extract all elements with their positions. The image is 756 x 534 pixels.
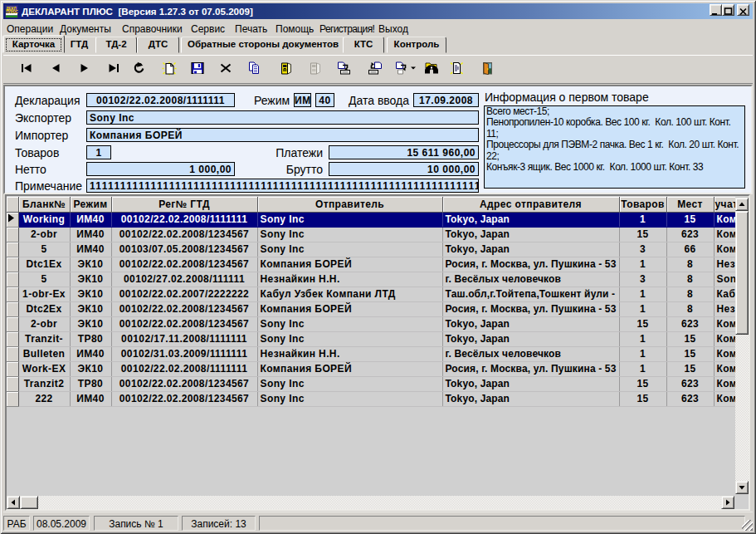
svg-text:ПЛЮС: ПЛЮС bbox=[7, 9, 19, 13]
